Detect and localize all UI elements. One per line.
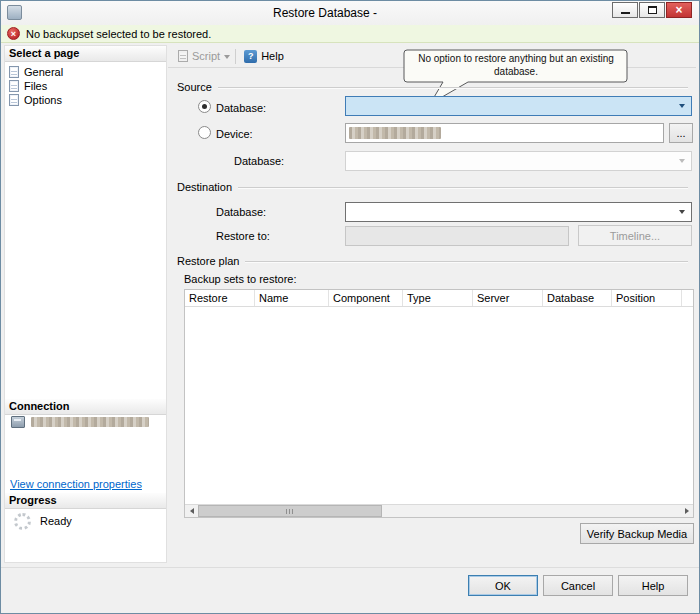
device-browse-button[interactable]: ... <box>669 123 693 143</box>
scroll-right-icon <box>685 508 689 514</box>
chevron-down-icon <box>679 159 685 163</box>
script-dropdown-icon[interactable] <box>224 55 230 59</box>
column-header-name[interactable]: Name <box>255 290 329 306</box>
horizontal-scrollbar[interactable] <box>185 504 693 517</box>
main-pane: Script ? Help No option to restore anyth… <box>168 45 696 566</box>
column-header-database[interactable]: Database <box>543 290 612 306</box>
restore-database-dialog: Restore Database - × × No backupset sele… <box>0 0 700 614</box>
destination-group-label: Destination <box>177 181 232 193</box>
cancel-button[interactable]: Cancel <box>543 575 613 596</box>
redacted-server-name <box>31 417 149 427</box>
page-icon <box>9 80 19 92</box>
backup-sets-table-header: Restore Name Component Type Server Datab… <box>185 290 693 307</box>
page-icon <box>9 66 19 78</box>
close-button[interactable]: × <box>666 2 692 18</box>
group-divider-line <box>245 261 688 263</box>
source-database-from-device-combobox[interactable] <box>345 151 692 171</box>
title-bar[interactable]: Restore Database - × <box>1 1 699 25</box>
sidebar-item-options[interactable]: Options <box>9 93 63 107</box>
sidebar-item-files[interactable]: Files <box>9 79 63 93</box>
backup-sets-label: Backup sets to restore: <box>184 273 297 285</box>
alert-bar: × No backupset selected to be restored. <box>1 25 699 43</box>
restore-to-label: Restore to: <box>216 230 270 242</box>
restore-to-input[interactable] <box>345 226 569 246</box>
device-radio-label: Device: <box>216 128 253 140</box>
sidebar-item-label: Options <box>24 94 62 106</box>
chevron-down-icon <box>679 104 685 108</box>
toolbar-separator <box>235 49 236 64</box>
connection-header: Connection <box>5 399 166 415</box>
annotation-text: No option to restore anything but an exi… <box>404 52 628 78</box>
maximize-button[interactable] <box>639 2 665 18</box>
select-a-page-header: Select a page <box>5 46 166 62</box>
error-icon: × <box>7 27 20 40</box>
caption-buttons: × <box>611 2 692 18</box>
page-icon <box>9 94 19 106</box>
sidebar-item-label: Files <box>24 80 47 92</box>
database-radio-label: Database: <box>216 102 266 114</box>
destination-database-label: Database: <box>216 206 266 218</box>
scrollbar-gripper <box>286 509 294 514</box>
connection-server-row <box>11 416 149 428</box>
script-icon <box>178 50 188 62</box>
script-button[interactable]: Script <box>175 48 223 64</box>
column-header-component[interactable]: Component <box>329 290 403 306</box>
minimize-button[interactable] <box>612 2 638 18</box>
restore-plan-group-header: Restore plan <box>177 255 688 267</box>
alert-message: No backupset selected to be restored. <box>26 28 211 40</box>
restore-plan-group-label: Restore plan <box>177 255 239 267</box>
group-divider-line <box>238 187 688 189</box>
scroll-left-icon <box>190 508 194 514</box>
help-toolbar-button[interactable]: ? Help <box>241 48 287 65</box>
scrollbar-thumb[interactable] <box>198 505 382 517</box>
progress-status: Ready <box>40 515 72 527</box>
source-group-header: Source <box>177 81 688 93</box>
scroll-right-button[interactable] <box>680 505 693 517</box>
maximize-icon <box>648 6 657 14</box>
script-button-label: Script <box>192 50 220 62</box>
redacted-device-path <box>349 127 441 139</box>
device-radio[interactable] <box>198 126 211 139</box>
progress-row: Ready <box>14 508 72 534</box>
group-divider-line <box>218 87 688 89</box>
app-icon <box>7 5 22 20</box>
scroll-left-button[interactable] <box>185 505 198 517</box>
sidebar-item-label: General <box>24 66 63 78</box>
source-group-label: Source <box>177 81 212 93</box>
help-button[interactable]: Help <box>618 575 688 596</box>
help-button-label: Help <box>261 50 284 62</box>
database-radio[interactable] <box>198 100 211 113</box>
column-header-type[interactable]: Type <box>403 290 473 306</box>
source-database-combobox[interactable] <box>345 96 692 116</box>
server-icon <box>11 416 25 428</box>
timeline-button[interactable]: Timeline... <box>578 225 692 246</box>
help-icon: ? <box>244 50 257 63</box>
verify-backup-media-button[interactable]: Verify Backup Media <box>580 523 694 544</box>
minimize-icon <box>621 12 630 14</box>
progress-ring-icon <box>14 513 31 530</box>
close-icon: × <box>675 3 682 17</box>
ok-button[interactable]: OK <box>468 575 538 596</box>
column-header-restore[interactable]: Restore <box>185 290 255 306</box>
chevron-down-icon <box>679 210 685 214</box>
device-path-input[interactable] <box>345 123 664 143</box>
page-tree: General Files Options <box>9 65 63 107</box>
backup-sets-table-body <box>185 307 693 504</box>
destination-database-combobox[interactable] <box>345 202 692 222</box>
column-header-server[interactable]: Server <box>473 290 543 306</box>
destination-group-header: Destination <box>177 181 688 193</box>
backup-sets-table: Restore Name Component Type Server Datab… <box>184 289 694 518</box>
sidebar-item-general[interactable]: General <box>9 65 63 79</box>
footer: OK Cancel Help <box>1 567 699 613</box>
progress-header: Progress <box>5 493 166 509</box>
source-database-select-label: Database: <box>234 155 284 167</box>
column-header-position[interactable]: Position <box>612 290 682 306</box>
sidebar: Select a page General Files Options Conn… <box>4 45 167 563</box>
view-connection-properties-link[interactable]: View connection properties <box>10 478 142 490</box>
window-title: Restore Database - <box>61 6 589 20</box>
